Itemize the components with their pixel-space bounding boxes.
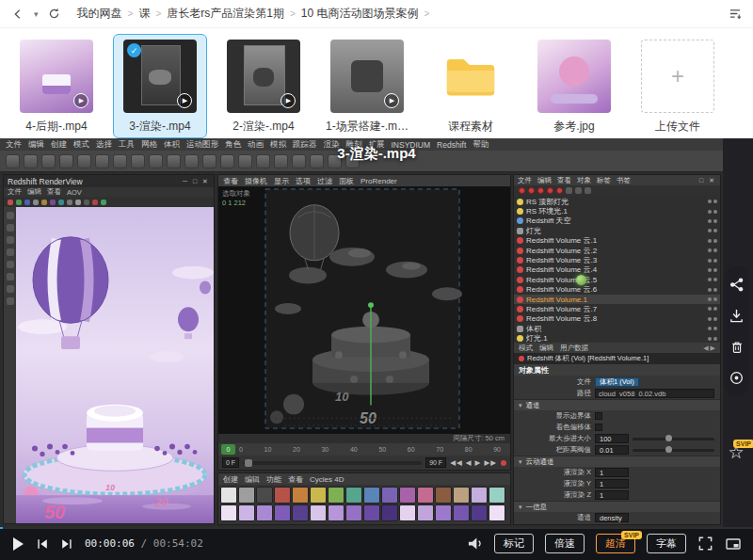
attribute-group[interactable]: ▾一信息 — [514, 501, 720, 512]
menu-item[interactable]: 渲染 — [324, 139, 340, 151]
record-keyframe-icon[interactable] — [501, 460, 506, 466]
chevron-down-icon[interactable]: ▾ — [34, 9, 39, 19]
object-row[interactable]: Redshift Volume 云.5 — [514, 275, 720, 284]
material-swatch[interactable] — [310, 487, 327, 504]
file-tile[interactable]: ▶4-后期-.mp4 — [9, 34, 104, 138]
progress-bar[interactable] — [0, 527, 753, 529]
menu-item[interactable]: AOV — [67, 188, 82, 197]
visibility-dot[interactable] — [713, 327, 717, 330]
object-row[interactable]: Redshift Volume 云.8 — [514, 314, 720, 324]
menu-item[interactable]: ProRender — [360, 177, 397, 185]
menu-item[interactable]: INSYDIUM — [392, 140, 431, 150]
material-swatch[interactable] — [292, 504, 309, 521]
visibility-dot[interactable] — [708, 239, 712, 243]
toolbar-icon[interactable] — [6, 154, 20, 168]
material-swatch[interactable] — [220, 504, 237, 521]
material-swatch[interactable] — [435, 504, 452, 521]
breadcrumb-item[interactable]: 我的网盘 — [74, 6, 125, 22]
renderview-side-icon[interactable] — [7, 212, 14, 219]
toolbar-icon[interactable] — [77, 154, 91, 168]
object-row[interactable]: Redshift Volume 云.6 — [514, 285, 720, 295]
toolbar-icon[interactable] — [202, 154, 216, 168]
toolbar-icon[interactable] — [95, 154, 109, 168]
slider[interactable] — [633, 449, 714, 452]
visibility-dot[interactable] — [713, 288, 717, 292]
checkbox[interactable] — [595, 424, 602, 431]
menu-item[interactable]: 跟踪器 — [293, 139, 317, 151]
layer-dot[interactable] — [547, 187, 553, 194]
material-swatch[interactable] — [238, 504, 255, 521]
visibility-dot[interactable] — [708, 268, 712, 272]
timeline-playhead[interactable]: 0 — [221, 444, 235, 455]
toolbar-icon[interactable] — [184, 154, 199, 168]
material-swatch[interactable] — [256, 504, 273, 521]
object-row[interactable]: Redshift Volume 云.7 — [514, 304, 720, 313]
material-swatch[interactable] — [471, 487, 488, 504]
checkbox[interactable] — [595, 412, 602, 420]
visibility-dot[interactable] — [708, 219, 712, 223]
visibility-dot[interactable] — [713, 259, 717, 263]
file-tile[interactable]: 课程素材 — [424, 34, 518, 138]
menu-item[interactable]: 标签 — [597, 176, 611, 185]
trash-icon[interactable] — [729, 339, 745, 355]
file-tile[interactable]: +上传文件 — [631, 34, 725, 138]
renderview-side-icon[interactable] — [7, 224, 14, 232]
renderview-tool-icon[interactable] — [101, 200, 106, 205]
layer-dot[interactable] — [556, 187, 563, 194]
material-swatch[interactable] — [345, 504, 362, 521]
material-swatch[interactable] — [417, 487, 434, 504]
refresh-icon[interactable] — [46, 6, 63, 23]
value-field[interactable]: 0.01 — [595, 445, 629, 455]
toolbar-icon[interactable] — [292, 154, 306, 168]
visibility-dot[interactable] — [708, 278, 712, 281]
menu-item[interactable]: 工具 — [119, 139, 135, 151]
manager-icon[interactable] — [566, 187, 572, 194]
renderview-side-icon[interactable] — [7, 236, 14, 244]
breadcrumb-item[interactable]: 唐长老rs产品渲染第1期 — [164, 6, 287, 22]
object-row[interactable]: Redshift Volume 云.3 — [514, 255, 720, 264]
object-row[interactable]: Redshift Volume 云.2 — [514, 246, 720, 255]
slider[interactable] — [633, 438, 714, 440]
sort-icon[interactable] — [727, 6, 744, 23]
renderview-side-icon[interactable] — [7, 285, 14, 293]
object-row[interactable]: Redshift Volume 云.1 — [514, 236, 720, 246]
menu-item[interactable]: 创建 — [51, 139, 67, 151]
visibility-dot[interactable] — [713, 239, 717, 243]
visibility-dot[interactable] — [708, 248, 712, 252]
subtitle-button[interactable]: 字幕 — [647, 534, 686, 553]
material-swatch[interactable] — [489, 487, 505, 504]
renderview-tool-icon[interactable] — [41, 200, 47, 205]
speed-button[interactable]: 倍速 — [545, 534, 585, 553]
object-row[interactable]: 体积 — [514, 324, 720, 333]
value-field[interactable]: 100 — [595, 434, 629, 443]
previous-button[interactable] — [36, 537, 49, 551]
material-swatch[interactable] — [399, 504, 416, 521]
volume-icon[interactable] — [467, 536, 483, 551]
visibility-dot[interactable] — [713, 307, 717, 311]
material-swatch[interactable] — [363, 504, 380, 521]
viewport-canvas[interactable]: 选取对象 0 1 212 — [218, 186, 510, 434]
object-row[interactable]: 灯光.1 — [514, 333, 720, 343]
favorite-button[interactable]: ☆ SVIP — [722, 440, 750, 466]
menu-item[interactable]: 扩展 — [369, 139, 385, 151]
play-button[interactable] — [11, 536, 24, 552]
value-field[interactable]: 1 — [595, 468, 629, 477]
toolbar-icon[interactable] — [149, 154, 163, 168]
attribute-tab[interactable]: 用户数据 — [560, 344, 588, 353]
toolbar-icon[interactable] — [310, 154, 324, 168]
toolbar-icon[interactable] — [256, 154, 270, 168]
visibility-dot[interactable] — [713, 229, 717, 232]
visibility-dot[interactable] — [713, 278, 717, 281]
material-swatch[interactable] — [453, 504, 470, 521]
menu-item[interactable]: 文件 — [518, 176, 532, 185]
renderview-tool-icon[interactable] — [33, 200, 39, 205]
download-icon[interactable] — [729, 308, 745, 324]
material-swatch[interactable] — [399, 487, 416, 504]
share-icon[interactable] — [729, 277, 745, 293]
visibility-dot[interactable] — [708, 327, 712, 330]
visibility-dot[interactable] — [708, 337, 712, 341]
layer-dot[interactable] — [537, 187, 544, 194]
renderview-titlebar[interactable]: Redshift RenderView ─ □ ✕ — [4, 175, 214, 187]
visibility-dot[interactable] — [708, 210, 712, 214]
menu-item[interactable]: 模式 — [73, 139, 89, 151]
